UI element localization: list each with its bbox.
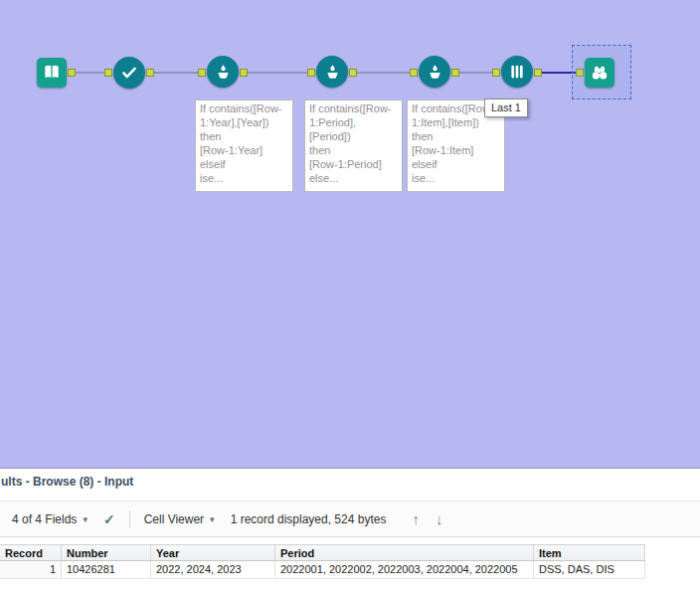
tool-annotation[interactable]: If contains([Row- 1:Year],[Year]) then [… [195,100,293,192]
chevron-down-icon: ▾ [210,514,215,524]
book-icon [42,63,62,83]
cell-year[interactable]: 2022, 2024, 2023 [151,561,275,578]
tool-multi-row-formula-2[interactable] [316,56,348,88]
test-tubes-icon [508,63,526,81]
input-anchor[interactable] [307,69,315,77]
cell-number[interactable]: 10426281 [62,561,151,578]
results-panel: ults - Browse (8) - Input 4 of 4 Fields … [0,468,700,601]
connection[interactable] [248,72,307,74]
table-header-row: Record Number Year Period Item [0,544,645,561]
fields-dropdown-label: 4 of 4 Fields [12,512,77,526]
toolbar-separator [129,510,130,528]
tool-annotation[interactable]: If contains([Row- 1:Period], [Period]) t… [304,100,403,192]
cell-record[interactable]: 1 [0,561,62,578]
connection[interactable] [459,72,492,74]
connection[interactable] [76,72,104,74]
connection[interactable] [154,72,198,74]
arrow-up-icon[interactable]: ↑ [412,510,420,527]
connection-selected[interactable] [542,72,576,74]
tool-annotation-sample[interactable]: Last 1 [484,99,528,117]
tool-select[interactable] [113,57,145,89]
tool-sample[interactable] [501,56,533,88]
formula-drop-icon [214,63,233,82]
input-anchor[interactable] [410,69,418,77]
connection[interactable] [357,72,410,74]
cell-viewer-dropdown[interactable]: Cell Viewer ▾ [144,512,215,526]
workflow-canvas[interactable]: If contains([Row- 1:Year],[Year]) then [… [0,0,700,468]
tool-multi-row-formula-1[interactable] [207,56,239,88]
output-anchor[interactable] [68,69,76,77]
check-icon [120,64,138,82]
chevron-down-icon: ▾ [83,514,88,524]
results-toolbar: 4 of 4 Fields ▾ ✓ Cell Viewer ▾ 1 record… [0,501,700,537]
formula-drop-icon [323,63,342,82]
input-anchor[interactable] [104,69,112,77]
arrow-down-icon[interactable]: ↓ [436,510,443,527]
tool-multi-row-formula-3[interactable] [419,56,450,88]
output-anchor[interactable] [240,69,248,77]
alteryx-window: If contains([Row- 1:Year],[Year]) then [… [0,0,700,601]
table-row[interactable]: 1 10426281 2022, 2024, 2023 2022001, 202… [0,561,645,579]
column-header-period[interactable]: Period [275,545,534,560]
fields-dropdown[interactable]: 4 of 4 Fields ▾ [12,512,88,526]
output-anchor[interactable] [534,69,542,77]
apply-check-icon[interactable]: ✓ [103,511,115,527]
results-panel-title: ults - Browse (8) - Input [1,475,133,489]
formula-drop-icon [426,63,444,82]
column-header-number[interactable]: Number [62,545,151,560]
column-header-item[interactable]: Item [534,545,645,560]
tool-browse[interactable] [585,58,614,88]
input-anchor[interactable] [198,69,206,77]
cell-period[interactable]: 2022001, 2022002, 2022003, 2022004, 2022… [275,561,534,578]
binoculars-icon [590,63,610,83]
cell-viewer-label: Cell Viewer [144,512,204,526]
results-table: Record Number Year Period Item 1 1042628… [0,544,645,579]
output-anchor[interactable] [146,69,154,77]
tool-input-data[interactable] [37,58,67,88]
record-status-text: 1 record displayed, 524 bytes [231,512,387,526]
output-anchor[interactable] [451,69,459,77]
output-anchor[interactable] [349,69,357,77]
column-header-year[interactable]: Year [151,545,275,560]
input-anchor[interactable] [492,69,500,77]
column-header-record[interactable]: Record [0,545,62,560]
cell-item[interactable]: DSS, DAS, DIS [534,561,645,578]
